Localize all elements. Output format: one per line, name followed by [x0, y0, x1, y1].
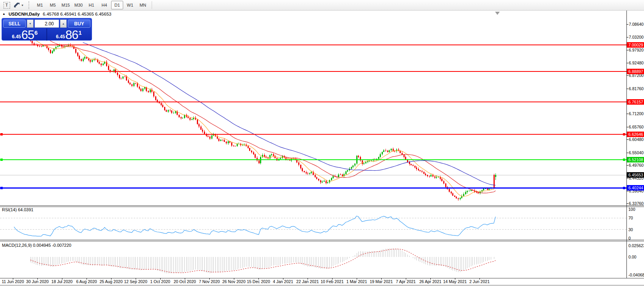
top-toolbar: T ▼ M1M5M15M30H1H4D1W1MN — [0, 0, 644, 11]
mt4-window: T ▼ M1M5M15M30H1H4D1W1MN ▲ USDCNH,Daily … — [0, 0, 644, 287]
price-tick-label: 6.60480 — [629, 137, 644, 142]
date-label: 10 Feb 2021 — [321, 279, 344, 284]
one-click-toggle-icon[interactable]: ▲ — [2, 12, 5, 16]
rsi-scale-label: 100 — [628, 207, 635, 212]
date-label: 18 Jul 2020 — [51, 279, 73, 284]
price-tick-label: 7.03200 — [629, 35, 644, 39]
symbol-period-label: USDCNH,Daily — [9, 12, 40, 16]
date-label: 22 Jan 2021 — [296, 279, 319, 284]
buy-price-display: 6.45 86 1 — [47, 29, 90, 41]
price-line-badge: 6.76157 — [627, 99, 644, 105]
price-tick-label: 6.55040 — [629, 150, 644, 155]
date-label: 30 Jun 2020 — [26, 279, 49, 284]
date-label: 7 Nov 2020 — [199, 279, 220, 284]
macd-indicator-label: MACD(12,26,9) 0.004945 -0.007220 — [2, 243, 71, 248]
price-tick-label: 6.92480 — [629, 61, 644, 65]
price-tick-label: 6.71200 — [629, 111, 644, 116]
date-label: 15 Dec 2020 — [247, 279, 270, 284]
date-label: 11 Jun 2020 — [2, 279, 24, 284]
dropdown-caret-icon: ▼ — [21, 4, 24, 7]
cursor-mode-button[interactable]: ▼ — [12, 1, 26, 9]
timeframe-button-w1[interactable]: W1 — [124, 1, 136, 9]
date-label: 25 Aug 2020 — [100, 279, 123, 284]
volume-input[interactable] — [35, 20, 59, 28]
timeframe-button-h1[interactable]: H1 — [85, 1, 97, 9]
timeframe-button-d1[interactable]: D1 — [111, 1, 123, 9]
price-line-badge: 6.45653 — [627, 172, 644, 178]
date-label: 20 Oct 2020 — [173, 279, 196, 284]
date-label: 19 Mar 2021 — [370, 279, 393, 284]
ohlc-quote-label: 6.45768 6.45941 6.45365 6.45653 — [43, 12, 111, 16]
toolbar-separator — [152, 1, 152, 9]
price-line-badge: 6.40244 — [627, 185, 644, 191]
date-label: 12 Sep 2020 — [124, 279, 147, 284]
date-label: 26 Nov 2020 — [222, 279, 246, 284]
price-tick-label: 6.97920 — [629, 48, 644, 52]
text-tool-icon: T — [4, 2, 10, 9]
date-label: 2 Jun 2021 — [469, 279, 490, 284]
toolbar-grip — [28, 1, 32, 9]
chart-canvas[interactable] — [0, 0, 644, 287]
date-label: 4 Jan 2021 — [273, 279, 293, 284]
timeframe-button-group: M1M5M15M30H1H4D1W1MN — [34, 1, 149, 9]
buy-price-prefix: 6.45 — [56, 34, 65, 39]
buy-button[interactable]: BUY — [68, 20, 90, 28]
price-tick-label: 6.49760 — [629, 163, 644, 168]
timeframe-button-m1[interactable]: M1 — [34, 1, 46, 9]
rsi-indicator-label: RSI(14) 64.0391 — [2, 207, 34, 212]
date-label: 6 Aug 2020 — [76, 279, 97, 284]
rsi-scale-label: 70 — [628, 216, 633, 220]
timeframe-button-mn[interactable]: MN — [137, 1, 149, 9]
chart-title-row: ▲ USDCNH,Daily 6.45768 6.45941 6.45365 6… — [2, 12, 111, 16]
buy-price-big: 86 — [65, 30, 78, 41]
rsi-scale-label: 0 — [628, 236, 631, 241]
date-label: 14 May 2021 — [443, 279, 467, 284]
price-tick-label: 7.08640 — [629, 22, 644, 27]
price-tick-label: 6.81760 — [629, 86, 644, 91]
macd-scale-label: -0.040687 — [628, 273, 644, 277]
price-line-badge: 6.62646 — [627, 132, 644, 137]
macd-scale-label: 0.025623 — [628, 243, 644, 248]
rsi-scale-label: 30 — [628, 227, 633, 232]
price-line-badge: 6.52108 — [627, 157, 644, 162]
date-label: 7 Apr 2021 — [396, 279, 416, 284]
volume-increase-button[interactable]: ▲ — [60, 20, 67, 28]
buy-price-pip: 1 — [78, 29, 81, 36]
sell-price-prefix: 6.45 — [12, 34, 21, 39]
timeframe-button-m5[interactable]: M5 — [47, 1, 59, 9]
date-label: 1 Oct 2020 — [150, 279, 170, 284]
price-line-badge: 6.88897 — [627, 69, 644, 74]
sell-button[interactable]: SELL — [3, 20, 26, 28]
timeframe-button-m15[interactable]: M15 — [60, 1, 72, 9]
spinner-up-icon: ▲ — [62, 22, 65, 25]
date-label: 1 Mar 2021 — [346, 279, 367, 284]
sell-price-pip: 6 — [34, 29, 37, 36]
double-arrow-icon — [14, 2, 20, 8]
price-tick-label: 6.33760 — [629, 201, 644, 206]
sell-price-display: 6.45 65 6 — [3, 29, 47, 41]
one-click-trading-panel: SELL ▼ ▲ BUY 6.45 65 6 6.45 86 1 — [2, 18, 92, 41]
date-label: 26 Apr 2021 — [419, 279, 442, 284]
price-tick-label: 6.65760 — [629, 125, 644, 129]
sell-price-big: 65 — [21, 30, 34, 41]
text-label-tool-button[interactable]: T — [2, 1, 12, 9]
spinner-down-icon: ▼ — [29, 22, 32, 25]
macd-scale-label: 0.00 — [628, 255, 636, 259]
timeframe-button-m30[interactable]: M30 — [73, 1, 85, 9]
price-line-badge: 7.00029 — [627, 42, 644, 48]
timeframe-button-h4[interactable]: H4 — [98, 1, 110, 9]
volume-decrease-button[interactable]: ▼ — [27, 20, 34, 28]
